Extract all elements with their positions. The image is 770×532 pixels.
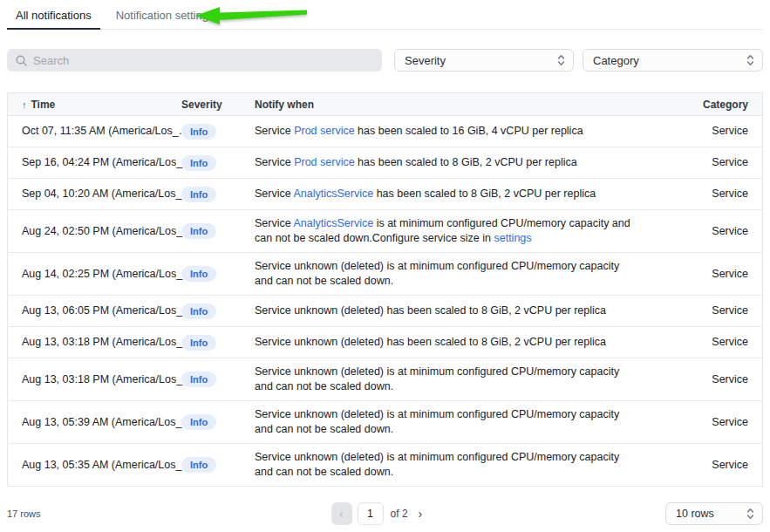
table-row[interactable]: Aug 13, 03:18 PM (America/Los_…InfoServi… bbox=[8, 327, 762, 358]
category-cell: Service bbox=[652, 304, 762, 318]
column-header-notify-when[interactable]: Notify when bbox=[255, 99, 652, 111]
tab-notification-settings[interactable]: Notification settings bbox=[107, 3, 223, 29]
severity-badge: Info bbox=[181, 335, 216, 351]
category-cell: Service bbox=[652, 124, 762, 139]
notify-when-cell: Service AnalyticsService has been scaled… bbox=[255, 187, 649, 201]
time-cell: Sep 04, 10:20 AM (America/Los_… bbox=[8, 187, 181, 201]
category-cell: Service bbox=[652, 224, 762, 239]
notify-link[interactable]: settings bbox=[494, 232, 531, 244]
time-cell: Sep 16, 04:24 PM (America/Los_… bbox=[8, 155, 181, 170]
severity-cell: Info bbox=[181, 155, 255, 171]
category-cell: Service bbox=[652, 267, 762, 282]
notifications-page: All notifications Notification settings … bbox=[0, 0, 770, 532]
page-number-input[interactable] bbox=[358, 502, 384, 525]
chevron-up-down-icon bbox=[746, 54, 754, 66]
time-cell: Aug 13, 03:18 PM (America/Los_… bbox=[8, 335, 181, 350]
severity-badge: Info bbox=[181, 223, 216, 239]
search-box[interactable] bbox=[7, 49, 382, 72]
category-select-label: Category bbox=[593, 54, 639, 67]
tab-bar: All notifications Notification settings bbox=[7, 0, 763, 30]
notify-when-cell: Service unknown (deleted) is at minimum … bbox=[255, 450, 649, 480]
notify-when-cell: Service unknown (deleted) has been scale… bbox=[255, 335, 649, 350]
severity-badge: Info bbox=[181, 372, 216, 387]
chevron-up-down-icon bbox=[557, 54, 565, 66]
table-row[interactable]: Aug 13, 05:39 AM (America/Los_…InfoServi… bbox=[8, 401, 762, 444]
category-cell: Service bbox=[652, 335, 762, 350]
column-header-severity[interactable]: Severity bbox=[181, 99, 255, 111]
severity-select-label: Severity bbox=[405, 54, 446, 67]
next-page-button[interactable]: › bbox=[415, 507, 426, 521]
table-header: ↑ Time Severity Notify when Category bbox=[8, 93, 762, 116]
chevron-left-icon: ‹ bbox=[339, 507, 344, 521]
chevron-right-icon: › bbox=[419, 507, 423, 521]
table-body: Oct 07, 11:35 AM (America/Los_…InfoServi… bbox=[8, 116, 762, 486]
severity-select[interactable]: Severity bbox=[394, 49, 574, 72]
notify-when-cell: Service unknown (deleted) is at minimum … bbox=[255, 407, 649, 437]
severity-badge: Info bbox=[181, 304, 216, 319]
category-cell: Service bbox=[652, 372, 762, 387]
notify-when-cell: Service unknown (deleted) has been scale… bbox=[255, 304, 649, 318]
sort-ascending-icon: ↑ bbox=[22, 99, 27, 110]
column-header-category[interactable]: Category bbox=[652, 99, 762, 111]
time-cell: Aug 13, 03:18 PM (America/Los_… bbox=[8, 372, 181, 387]
category-cell: Service bbox=[652, 415, 762, 430]
category-select[interactable]: Category bbox=[583, 49, 763, 72]
severity-badge: Info bbox=[181, 457, 216, 473]
previous-page-button[interactable]: ‹ bbox=[331, 502, 352, 525]
severity-cell: Info bbox=[181, 266, 255, 282]
page-size-select[interactable]: 10 rows bbox=[665, 502, 763, 525]
pagination: ‹ of 2 › bbox=[331, 502, 426, 525]
search-icon bbox=[16, 55, 27, 66]
severity-cell: Info bbox=[181, 414, 255, 430]
severity-cell: Info bbox=[181, 124, 255, 140]
table-row[interactable]: Sep 16, 04:24 PM (America/Los_…InfoServi… bbox=[8, 147, 762, 179]
notify-when-cell: Service Prod service has been scaled to … bbox=[255, 155, 649, 170]
severity-badge: Info bbox=[181, 414, 216, 430]
notify-when-cell: Service Prod service has been scaled to … bbox=[255, 124, 649, 139]
time-cell: Aug 24, 02:50 PM (America/Los_… bbox=[8, 224, 181, 239]
severity-cell: Info bbox=[181, 457, 255, 473]
table-row[interactable]: Aug 13, 06:05 PM (America/Los_…InfoServi… bbox=[8, 296, 762, 327]
severity-cell: Info bbox=[181, 187, 255, 202]
severity-badge: Info bbox=[181, 187, 216, 202]
table-row[interactable]: Sep 04, 10:20 AM (America/Los_…InfoServi… bbox=[8, 179, 762, 210]
filter-bar: Severity Category bbox=[7, 49, 763, 72]
notify-when-cell: Service unknown (deleted) is at minimum … bbox=[255, 259, 649, 289]
notify-when-cell: Service unknown (deleted) is at minimum … bbox=[255, 365, 649, 394]
category-cell: Service bbox=[652, 458, 762, 473]
category-cell: Service bbox=[652, 155, 762, 170]
severity-badge: Info bbox=[181, 155, 216, 171]
time-cell: Aug 14, 02:25 PM (America/Los_… bbox=[8, 267, 181, 282]
time-cell: Aug 13, 06:05 PM (America/Los_… bbox=[8, 304, 181, 318]
table-footer: 17 rows ‹ of 2 › 10 rows bbox=[7, 501, 763, 525]
column-header-time[interactable]: ↑ Time bbox=[8, 99, 181, 111]
notify-when-cell: Service AnalyticsService is at minimum c… bbox=[255, 216, 649, 246]
severity-cell: Info bbox=[181, 223, 255, 239]
search-input[interactable] bbox=[33, 54, 373, 67]
notifications-table: ↑ Time Severity Notify when Category Oct… bbox=[7, 92, 763, 487]
table-row[interactable]: Aug 13, 03:18 PM (America/Los_…InfoServi… bbox=[8, 358, 762, 401]
time-cell: Oct 07, 11:35 AM (America/Los_… bbox=[8, 124, 181, 139]
notify-link[interactable]: Prod service bbox=[294, 156, 354, 168]
table-row[interactable]: Aug 13, 05:35 AM (America/Los_…InfoServi… bbox=[8, 444, 762, 486]
tab-all-notifications[interactable]: All notifications bbox=[7, 3, 100, 29]
severity-cell: Info bbox=[181, 372, 255, 387]
category-cell: Service bbox=[652, 187, 762, 201]
page-size-label: 10 rows bbox=[676, 508, 714, 520]
notify-link[interactable]: Prod service bbox=[294, 125, 354, 137]
time-cell: Aug 13, 05:35 AM (America/Los_… bbox=[8, 458, 181, 473]
severity-badge: Info bbox=[181, 266, 216, 282]
notify-link[interactable]: AnalyticsService bbox=[293, 188, 373, 200]
chevron-up-down-icon bbox=[746, 508, 754, 520]
row-count-label: 17 rows bbox=[7, 508, 41, 519]
page-count-label: of 2 bbox=[391, 508, 408, 520]
table-row[interactable]: Aug 14, 02:25 PM (America/Los_…InfoServi… bbox=[8, 253, 762, 296]
time-cell: Aug 13, 05:39 AM (America/Los_… bbox=[8, 415, 181, 430]
notify-link[interactable]: AnalyticsService bbox=[293, 217, 373, 229]
severity-cell: Info bbox=[181, 335, 255, 351]
severity-badge: Info bbox=[181, 124, 216, 140]
table-row[interactable]: Oct 07, 11:35 AM (America/Los_…InfoServi… bbox=[8, 116, 762, 147]
severity-cell: Info bbox=[181, 304, 255, 319]
table-row[interactable]: Aug 24, 02:50 PM (America/Los_…InfoServi… bbox=[8, 210, 762, 253]
